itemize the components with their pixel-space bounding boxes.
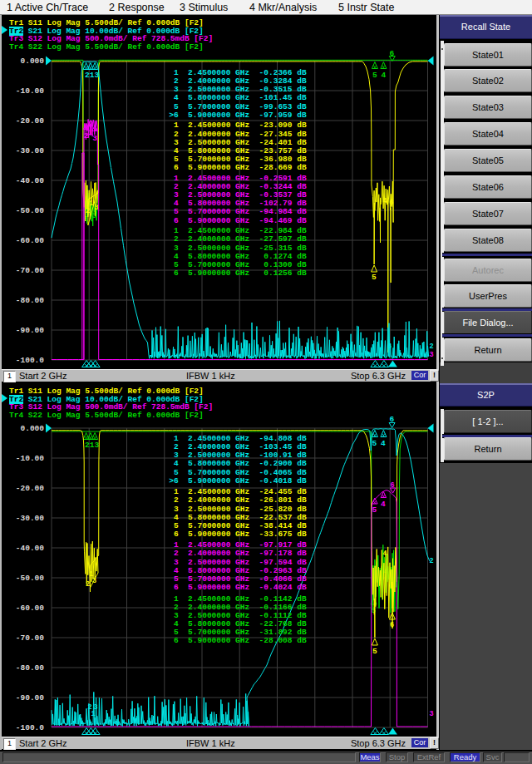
svg-text:1: 1 [90,200,94,208]
svg-text:4: 4 [381,71,386,80]
svg-text:3: 3 [430,710,434,718]
svg-text:5: 5 [372,273,377,282]
svg-text:4: 4 [383,550,387,558]
svg-text:213: 213 [85,441,99,450]
svg-text:6: 6 [389,199,393,207]
svg-text:2: 2 [86,207,90,215]
svg-text:4: 4 [381,439,386,448]
svg-text:2: 2 [86,580,90,589]
svg-text:5: 5 [372,606,377,615]
svg-text:3: 3 [94,703,98,712]
svg-text:5: 5 [372,647,377,656]
svg-text:5: 5 [372,71,377,80]
svg-text:3: 3 [95,204,99,212]
svg-text:4: 4 [383,197,387,205]
svg-text:3: 3 [92,134,97,143]
svg-text:1: 1 [89,570,93,579]
svg-text:3: 3 [430,351,434,359]
svg-text:5: 5 [372,505,377,515]
svg-text:6: 6 [387,343,392,351]
svg-text:2: 2 [430,557,434,565]
svg-text:5: 5 [372,439,377,448]
svg-text:6: 6 [390,621,394,629]
svg-text:4: 4 [381,500,386,509]
svg-text:2: 2 [430,343,434,351]
svg-text:213: 213 [85,71,99,80]
